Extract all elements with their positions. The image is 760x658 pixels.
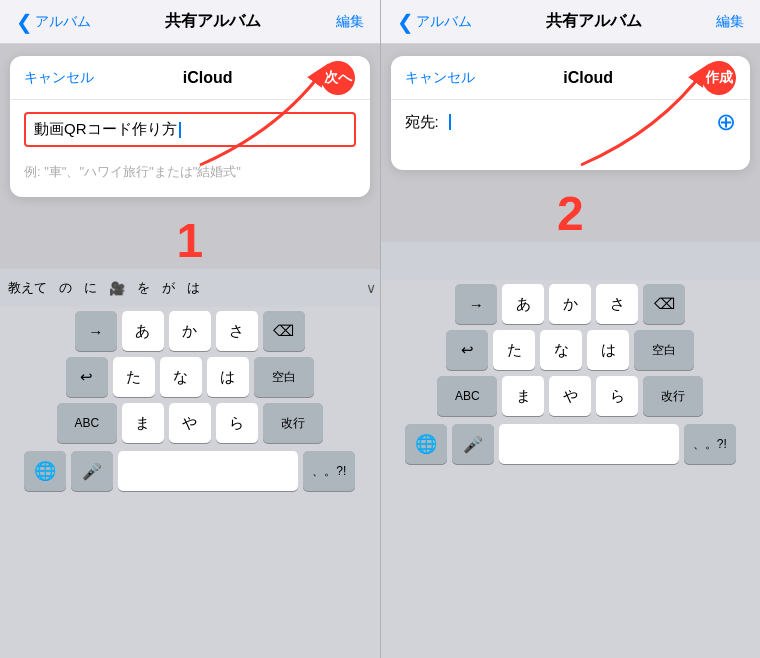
left-dialog-card: キャンセル iCloud 次へ 動画QRコード作り方 例: "車"、"ハワイ旅行… xyxy=(10,56,370,197)
left-back-button[interactable]: ❮ アルバム xyxy=(16,10,91,34)
left-key-space[interactable]: 空白 xyxy=(254,357,314,397)
left-cancel-button[interactable]: キャンセル xyxy=(24,69,94,87)
left-kb-bottom-row: 🌐 🎤 、。?! xyxy=(0,451,380,491)
right-cancel-button[interactable]: キャンセル xyxy=(405,69,475,87)
right-key-globe[interactable]: 🌐 xyxy=(405,424,447,464)
left-key-ma[interactable]: ま xyxy=(122,403,164,443)
right-edit-button[interactable]: 編集 xyxy=(716,13,744,31)
left-kana-2[interactable]: の xyxy=(55,277,76,299)
right-create-label: 作成 xyxy=(705,69,733,87)
right-key-ma[interactable]: ま xyxy=(502,376,544,416)
left-hint-text: 例: "車"、"ハワイ旅行"または"結婚式" xyxy=(24,159,356,185)
right-step-number: 2 xyxy=(557,190,584,238)
right-key-del[interactable]: ⌫ xyxy=(643,284,685,324)
left-key-globe[interactable]: 🌐 xyxy=(24,451,66,491)
left-kana-row: 教えて の に 🎥 を が は ∨ xyxy=(0,269,380,307)
left-kb-row2: ↩ た な は 空白 xyxy=(4,357,376,397)
left-nav-bar: ❮ アルバム 共有アルバム 編集 xyxy=(0,0,380,44)
left-key-ha[interactable]: は xyxy=(207,357,249,397)
left-kana-chevron[interactable]: ∨ xyxy=(366,280,376,296)
left-kb-row3: ABC ま や ら 改行 xyxy=(4,403,376,443)
right-key-spacebar[interactable] xyxy=(499,424,679,464)
right-keyboard: → あ か さ ⌫ ↩ た な は 空白 ABC ま や ら 改行 xyxy=(381,242,761,658)
right-key-na[interactable]: な xyxy=(540,330,582,370)
left-keyboard: 教えて の に 🎥 を が は ∨ → あ か さ ⌫ ↩ た な は 空白 xyxy=(0,269,380,658)
right-key-ha[interactable]: は xyxy=(587,330,629,370)
left-key-ra[interactable]: ら xyxy=(216,403,258,443)
right-text-cursor xyxy=(449,114,451,130)
right-recipient-row: 宛先: ⊕ xyxy=(405,110,737,134)
right-key-undo[interactable]: ↩ xyxy=(446,330,488,370)
right-kb-row3: ABC ま や ら 改行 xyxy=(385,376,757,416)
left-next-button[interactable]: 次へ xyxy=(321,61,355,95)
left-kana-3[interactable]: に xyxy=(80,277,101,299)
left-key-del[interactable]: ⌫ xyxy=(263,311,305,351)
left-text-cursor xyxy=(179,122,181,138)
right-add-recipient-button[interactable]: ⊕ xyxy=(716,110,736,134)
right-back-button[interactable]: ❮ アルバム xyxy=(397,10,472,34)
right-key-ya[interactable]: や xyxy=(549,376,591,416)
right-dialog-card: キャンセル iCloud 作成 宛先: ⊕ xyxy=(391,56,751,170)
left-kana-4[interactable]: 🎥 xyxy=(105,279,129,298)
left-key-enter[interactable]: 改行 xyxy=(263,403,323,443)
right-nav-bar: ❮ アルバム 共有アルバム 編集 xyxy=(381,0,761,44)
left-key-a[interactable]: あ xyxy=(122,311,164,351)
left-key-undo[interactable]: ↩ xyxy=(66,357,108,397)
right-key-abc[interactable]: ABC xyxy=(437,376,497,416)
left-next-label: 次へ xyxy=(324,69,352,87)
right-key-space[interactable]: 空白 xyxy=(634,330,694,370)
left-kana-7[interactable]: は xyxy=(183,277,204,299)
right-dialog-body: 宛先: ⊕ xyxy=(391,100,751,170)
left-key-ka[interactable]: か xyxy=(169,311,211,351)
left-dialog-body: 動画QRコード作り方 例: "車"、"ハワイ旅行"または"結婚式" xyxy=(10,100,370,197)
left-key-mic[interactable]: 🎤 xyxy=(71,451,113,491)
left-key-arrow[interactable]: → xyxy=(75,311,117,351)
left-nav-title: 共有アルバム xyxy=(165,11,261,32)
left-step-number: 1 xyxy=(176,217,203,265)
right-kb-rows: → あ か さ ⌫ ↩ た な は 空白 ABC ま や ら 改行 xyxy=(381,280,761,422)
right-key-mic[interactable]: 🎤 xyxy=(452,424,494,464)
left-key-ya[interactable]: や xyxy=(169,403,211,443)
left-kana-5[interactable]: を xyxy=(133,277,154,299)
right-dialog-header: キャンセル iCloud 作成 xyxy=(391,56,751,100)
right-recipient-label: 宛先: xyxy=(405,113,439,132)
left-dialog-title: iCloud xyxy=(183,69,233,87)
right-create-button[interactable]: 作成 xyxy=(702,61,736,95)
left-key-spacebar[interactable] xyxy=(118,451,298,491)
left-key-abc[interactable]: ABC xyxy=(57,403,117,443)
right-kb-row2: ↩ た な は 空白 xyxy=(385,330,757,370)
left-edit-button[interactable]: 編集 xyxy=(336,13,364,31)
right-key-enter[interactable]: 改行 xyxy=(643,376,703,416)
right-key-sa[interactable]: さ xyxy=(596,284,638,324)
left-key-ta[interactable]: た xyxy=(113,357,155,397)
left-album-name-input[interactable]: 動画QRコード作り方 xyxy=(24,112,356,147)
right-key-a[interactable]: あ xyxy=(502,284,544,324)
left-back-label: アルバム xyxy=(35,13,91,31)
left-kana-1[interactable]: 教えて xyxy=(4,277,51,299)
left-dialog-header: キャンセル iCloud 次へ xyxy=(10,56,370,100)
left-key-hatena[interactable]: 、。?! xyxy=(303,451,355,491)
left-input-value: 動画QRコード作り方 xyxy=(34,120,177,139)
right-key-arrow[interactable]: → xyxy=(455,284,497,324)
left-kb-row1: → あ か さ ⌫ xyxy=(4,311,376,351)
right-recipient-input[interactable] xyxy=(447,114,708,130)
left-kana-6[interactable]: が xyxy=(158,277,179,299)
right-key-ta[interactable]: た xyxy=(493,330,535,370)
left-back-icon: ❮ xyxy=(16,10,33,34)
right-back-label: アルバム xyxy=(416,13,472,31)
left-key-na[interactable]: な xyxy=(160,357,202,397)
right-kana-row xyxy=(381,242,761,280)
right-dialog-title: iCloud xyxy=(563,69,613,87)
right-kb-bottom-row: 🌐 🎤 、。?! xyxy=(381,424,761,464)
right-nav-title: 共有アルバム xyxy=(546,11,642,32)
right-back-icon: ❮ xyxy=(397,10,414,34)
right-key-ra[interactable]: ら xyxy=(596,376,638,416)
right-kb-row1: → あ か さ ⌫ xyxy=(385,284,757,324)
left-key-sa[interactable]: さ xyxy=(216,311,258,351)
right-key-ka[interactable]: か xyxy=(549,284,591,324)
right-key-hatena[interactable]: 、。?! xyxy=(684,424,736,464)
left-kb-rows: → あ か さ ⌫ ↩ た な は 空白 ABC ま や ら 改行 xyxy=(0,307,380,449)
